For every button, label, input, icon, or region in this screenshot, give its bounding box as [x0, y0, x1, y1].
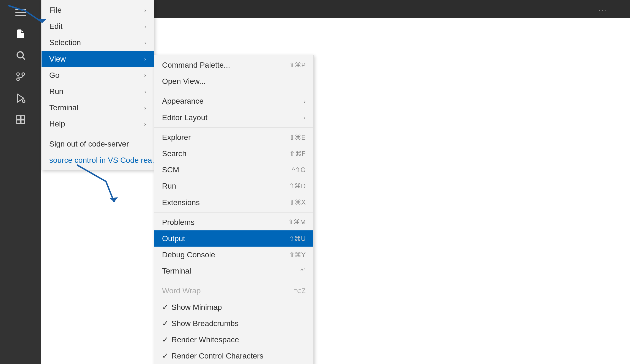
svg-point-6 [22, 73, 25, 76]
search-button[interactable] [11, 46, 30, 65]
search-icon [15, 50, 26, 60]
menu-item-scm[interactable]: SCM ^⇧G [154, 162, 313, 178]
menu-item-explorer[interactable]: Explorer ⇧⌘E [154, 129, 313, 145]
chevron-right-icon: › [144, 88, 146, 95]
menu-item-show-minimap[interactable]: ✓ Show Minimap [154, 299, 313, 315]
chevron-right-icon: › [304, 114, 306, 121]
menu-item-extensions[interactable]: Extensions ⇧⌘X [154, 194, 313, 211]
menu-item-edit[interactable]: Edit › [42, 18, 154, 34]
chevron-right-icon: › [144, 71, 146, 79]
menu-item-appearance[interactable]: Appearance › [154, 93, 313, 109]
menu-item-search[interactable]: Search ⇧⌘F [154, 145, 313, 162]
run-debug-button[interactable] [11, 89, 30, 108]
menu-separator-4 [154, 281, 313, 281]
svg-rect-16 [21, 120, 25, 124]
source-control-button[interactable] [11, 67, 30, 86]
svg-point-7 [17, 78, 20, 81]
svg-rect-13 [17, 116, 20, 119]
files-icon [15, 29, 26, 39]
menu-item-terminal-view[interactable]: Terminal ^` [154, 263, 313, 279]
extensions-icon [15, 114, 26, 125]
svg-line-4 [23, 57, 25, 60]
menu-item-problems[interactable]: Problems ⇧⌘M [154, 214, 313, 230]
checkmark-icon: ✓ [162, 334, 169, 345]
checkmark-icon: ✓ [162, 318, 169, 329]
menu-item-source-control-link[interactable]: source control in VS Code rea... [42, 152, 154, 168]
checkmark-icon: ✓ [162, 302, 169, 313]
chevron-right-icon: › [144, 55, 146, 63]
hamburger-icon [15, 7, 26, 18]
menu-item-open-view[interactable]: Open View... [154, 73, 313, 89]
checkmark-icon: ✓ [162, 351, 169, 361]
svg-rect-0 [15, 9, 26, 10]
menu-item-word-wrap[interactable]: Word Wrap ⌥Z [154, 283, 313, 299]
svg-point-3 [17, 52, 23, 58]
menu-separator [42, 134, 154, 134]
menu-item-show-breadcrumbs[interactable]: ✓ Show Breadcrumbs [154, 315, 313, 332]
view-submenu: Command Palette... ⇧⌘P Open View... Appe… [154, 55, 314, 364]
chevron-right-icon: › [144, 104, 146, 112]
menu-item-run[interactable]: Run › [42, 83, 154, 100]
svg-point-5 [17, 73, 20, 76]
chevron-right-icon: › [144, 6, 146, 14]
chevron-right-icon: › [144, 23, 146, 30]
menu-item-render-whitespace[interactable]: ✓ Render Whitespace [154, 332, 313, 348]
chevron-right-icon: › [144, 120, 146, 128]
menu-item-editor-layout[interactable]: Editor Layout › [154, 109, 313, 126]
menu-item-file[interactable]: File › [42, 2, 154, 18]
explorer-button[interactable] [11, 24, 30, 43]
activity-bar [0, 0, 41, 364]
svg-rect-2 [15, 15, 26, 16]
menu-item-run-view[interactable]: Run ⇧⌘D [154, 178, 313, 194]
first-level-menu: File › Edit › Selection › View › Go › Ru… [41, 0, 154, 170]
menu-item-signout[interactable]: Sign out of code-server [42, 136, 154, 152]
tab-ellipsis: ··· [598, 5, 608, 15]
menu-item-command-palette[interactable]: Command Palette... ⇧⌘P [154, 57, 313, 73]
svg-rect-15 [17, 120, 20, 124]
menu-item-help[interactable]: Help › [42, 116, 154, 132]
chevron-right-icon: › [304, 97, 306, 105]
hamburger-menu-button[interactable] [11, 3, 30, 22]
run-debug-icon [15, 93, 26, 103]
menu-separator-1 [154, 91, 313, 91]
extensions-button[interactable] [11, 110, 30, 129]
svg-rect-1 [15, 12, 26, 13]
chevron-right-icon: › [144, 39, 146, 46]
menu-item-debug-console[interactable]: Debug Console ⇧⌘Y [154, 247, 313, 263]
menu-item-output[interactable]: Output ⇧⌘U [154, 230, 313, 247]
svg-rect-14 [21, 116, 25, 119]
menu-item-render-control-chars[interactable]: ✓ Render Control Characters [154, 348, 313, 364]
menu-item-selection[interactable]: Selection › [42, 34, 154, 51]
menu-item-view[interactable]: View › [42, 51, 154, 67]
menu-item-go[interactable]: Go › [42, 67, 154, 83]
source-control-icon [15, 71, 26, 82]
menu-separator-2 [154, 127, 313, 128]
menu-separator-3 [154, 212, 313, 213]
menu-item-terminal[interactable]: Terminal › [42, 100, 154, 116]
